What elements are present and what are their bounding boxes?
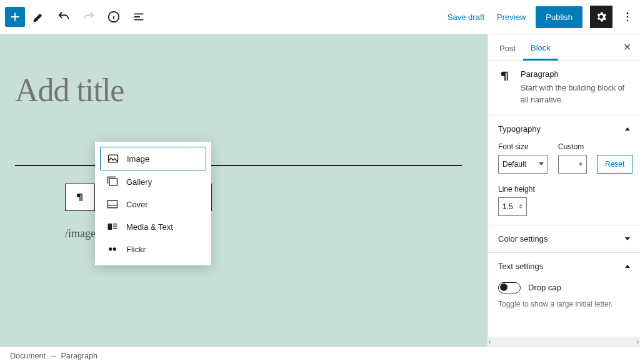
close-icon: ✕ — [623, 42, 631, 52]
inserter-item-label: Cover — [126, 200, 148, 209]
redo-button[interactable] — [78, 6, 100, 28]
line-height-label: Line height — [498, 185, 630, 194]
breadcrumb-node[interactable]: Paragraph — [61, 352, 97, 360]
svg-point-11 — [109, 247, 112, 250]
save-draft-button[interactable]: Save draft — [445, 9, 487, 26]
cover-icon — [106, 198, 119, 210]
scroll-left-icon: ‹ — [489, 338, 491, 345]
line-height-value: 1.5 — [502, 202, 513, 211]
editor-canvas[interactable]: /image Image Gallery — [0, 34, 488, 347]
info-button[interactable] — [102, 6, 125, 28]
settings-button[interactable] — [590, 6, 612, 28]
drop-cap-label: Drop cap — [528, 283, 561, 292]
font-size-label: Font size — [498, 142, 548, 151]
tab-block[interactable]: Block — [523, 34, 558, 61]
typography-panel-toggle[interactable]: Typography — [498, 124, 630, 134]
inserter-item-media-text[interactable]: Media & Text — [100, 215, 206, 238]
inserter-item-image[interactable]: Image — [100, 147, 206, 170]
outline-button[interactable] — [128, 6, 150, 28]
chevron-down-icon — [539, 162, 544, 165]
add-block-button[interactable] — [5, 7, 25, 27]
color-settings-title: Color settings — [498, 234, 548, 243]
text-settings-panel-toggle[interactable]: Text settings — [498, 262, 630, 271]
inserter-item-label: Image — [127, 154, 149, 164]
settings-sidebar[interactable]: Post Block ✕ Paragraph Start with the bu… — [488, 34, 640, 347]
svg-point-3 — [627, 20, 629, 22]
title-separator — [15, 165, 462, 166]
block-type-button[interactable] — [66, 184, 94, 210]
custom-size-input[interactable] — [558, 155, 587, 174]
svg-point-12 — [113, 247, 116, 250]
breadcrumb-separator: → — [49, 352, 58, 360]
line-height-input[interactable]: 1.5 — [498, 197, 527, 216]
color-settings-panel-toggle[interactable]: Color settings — [498, 234, 630, 243]
more-options-button[interactable] — [620, 6, 635, 28]
preview-button[interactable]: Preview — [494, 9, 528, 26]
inserter-item-cover[interactable]: Cover — [100, 193, 206, 215]
breadcrumb: Document → Paragraph — [0, 347, 640, 364]
inserter-item-flickr[interactable]: Flickr — [100, 238, 206, 260]
undo-button[interactable] — [52, 6, 75, 28]
block-name: Paragraph — [521, 69, 630, 79]
svg-rect-9 — [108, 200, 118, 208]
inserter-item-label: Flickr — [126, 245, 146, 254]
typography-title: Typography — [498, 124, 541, 134]
reset-font-button[interactable]: Reset — [597, 155, 632, 174]
svg-point-2 — [627, 16, 629, 18]
publish-button[interactable]: Publish — [536, 6, 582, 28]
block-inserter-popup: Image Gallery Cover — [95, 142, 211, 265]
flickr-icon — [106, 243, 119, 255]
drop-cap-hint: Toggle to show a large initial letter. — [498, 300, 630, 308]
custom-size-label: Custom — [558, 142, 587, 151]
paragraph-icon — [498, 69, 512, 106]
post-title-input[interactable] — [15, 72, 462, 109]
image-icon — [107, 152, 119, 165]
inserter-item-gallery[interactable]: Gallery — [100, 170, 206, 193]
chevron-up-icon — [625, 265, 630, 268]
chevron-up-icon — [625, 127, 630, 130]
scroll-right-icon: › — [637, 338, 639, 345]
svg-point-1 — [627, 12, 629, 14]
font-size-value: Default — [502, 160, 526, 169]
edit-mode-button[interactable] — [28, 6, 50, 28]
block-description: Start with the building block of all nar… — [521, 82, 630, 106]
chevron-down-icon — [625, 237, 630, 240]
tab-post[interactable]: Post — [492, 35, 523, 59]
close-sidebar-button[interactable]: ✕ — [618, 41, 636, 53]
svg-rect-7 — [109, 155, 118, 162]
drop-cap-toggle[interactable] — [498, 282, 521, 293]
gallery-icon — [106, 175, 119, 188]
inserter-item-label: Gallery — [126, 177, 152, 187]
inserter-item-label: Media & Text — [126, 222, 173, 232]
font-size-select[interactable]: Default — [498, 155, 548, 174]
sidebar-horizontal-scrollbar[interactable]: ‹ › — [488, 337, 640, 347]
breadcrumb-document[interactable]: Document — [10, 352, 46, 360]
svg-rect-8 — [109, 179, 118, 185]
svg-rect-10 — [108, 224, 112, 230]
text-settings-title: Text settings — [498, 262, 543, 271]
media-text-icon — [106, 220, 119, 233]
